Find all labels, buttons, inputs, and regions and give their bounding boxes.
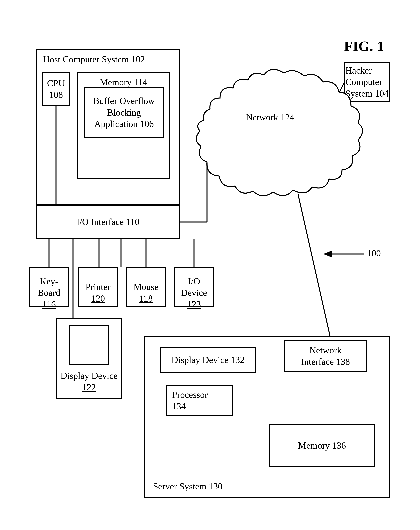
server-processor-box: Processor 134 <box>166 385 233 416</box>
buffer-app-label: Buffer Overflow Blocking Application 106 <box>93 95 155 130</box>
memory-label: Memory 114 <box>100 77 147 88</box>
mouse-box: Mouse118 <box>126 267 166 307</box>
buffer-app-box: Buffer Overflow Blocking Application 106 <box>84 87 164 138</box>
host-title: Host Computer System 102 <box>43 54 145 65</box>
cpu-label: CPU 108 <box>47 78 65 101</box>
printer-label: Printer120 <box>85 270 110 304</box>
diagram-ref-label: 100 <box>367 248 381 259</box>
server-display-label: Display Device 132 <box>171 354 244 366</box>
server-processor-label: Processor 134 <box>172 389 208 412</box>
hacker-label: Hacker Computer System 104 <box>345 65 389 99</box>
keyboard-box: Key-Board116 <box>29 267 69 307</box>
mouse-label: Mouse118 <box>133 270 159 304</box>
server-net-interface-box: Network Interface 138 <box>284 340 367 372</box>
network-cloud-label: Network 124 <box>246 112 294 123</box>
hacker-computer-box: Hacker Computer System 104 <box>344 62 390 102</box>
server-title: Server System 130 <box>153 481 223 492</box>
server-display-box: Display Device 132 <box>160 347 256 373</box>
io-device-label: I/ODevice123 <box>181 264 207 310</box>
server-memory-box: Memory 136 <box>269 424 375 467</box>
io-interface-label: I/O Interface 110 <box>76 216 139 228</box>
cpu-box: CPU 108 <box>42 72 70 106</box>
printer-box: Printer120 <box>78 267 118 307</box>
server-net-interface-label: Network Interface 138 <box>301 345 350 368</box>
svg-marker-12 <box>324 250 332 258</box>
io-interface-box: I/O Interface 110 <box>36 205 180 239</box>
figure-title: FIG. 1 <box>344 38 384 55</box>
server-memory-label: Memory 136 <box>298 440 346 451</box>
keyboard-label: Key-Board116 <box>38 264 60 310</box>
svg-line-0 <box>340 83 344 92</box>
io-device-box: I/ODevice123 <box>174 267 214 307</box>
display-screen-icon <box>69 325 109 365</box>
svg-line-10 <box>298 194 330 336</box>
